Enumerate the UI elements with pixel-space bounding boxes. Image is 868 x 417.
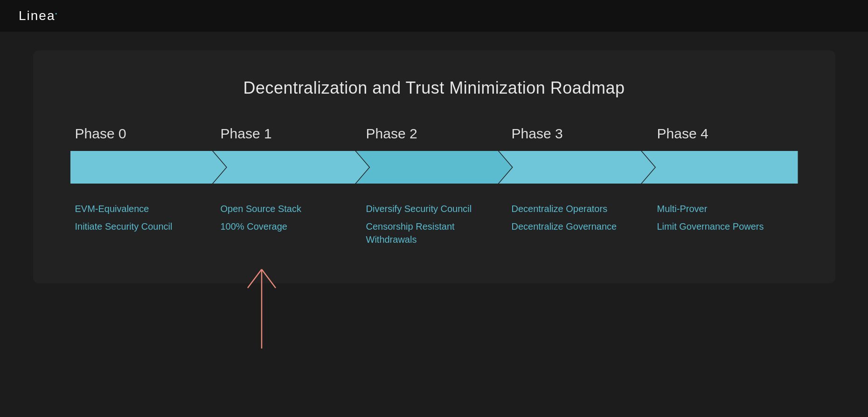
phase-items-phase2: Diversify Security CouncilCensorship Res… — [361, 200, 507, 246]
svg-line-1 — [248, 269, 262, 288]
phase-item: Initiate Security Council — [75, 220, 216, 233]
phase-label-phase4: Phase 4 — [653, 126, 798, 142]
top-bar: Linea• — [0, 0, 868, 32]
phase-item: Decentralize Governance — [512, 220, 653, 233]
phase-item: EVM-Equivalence — [75, 202, 216, 215]
arrow-body-phase1 — [213, 151, 369, 184]
phase-item: Decentralize Operators — [512, 202, 653, 215]
arrow-body-phase2 — [356, 151, 512, 184]
phase-items-phase4: Multi-ProverLimit Governance Powers — [653, 200, 798, 246]
phase-item: Censorship Resistant Withdrawals — [366, 220, 507, 246]
arrow-segment-phase2 — [356, 151, 512, 184]
phase-item: Multi-Prover — [657, 202, 798, 215]
phase-items-phase3: Decentralize OperatorsDecentralize Gover… — [507, 200, 653, 246]
phase-item: Limit Governance Powers — [657, 220, 798, 233]
phase-items-phase0: EVM-EquivalenceInitiate Security Council — [70, 200, 216, 246]
phase-label-phase2: Phase 2 — [361, 126, 507, 142]
phase-items-row: EVM-EquivalenceInitiate Security Council… — [70, 200, 798, 246]
phase-item: 100% Coverage — [221, 220, 361, 233]
logo: Linea• — [19, 8, 58, 23]
arrow-segment-phase1 — [213, 151, 369, 184]
phases-container: Phase 0Phase 1Phase 2Phase 3Phase 4 EVM-… — [70, 126, 798, 246]
phase-labels-row: Phase 0Phase 1Phase 2Phase 3Phase 4 — [70, 126, 798, 142]
arrows-row — [70, 151, 798, 184]
phase-item: Diversify Security Council — [366, 202, 507, 215]
main-card: Decentralization and Trust Minimization … — [33, 50, 835, 283]
annotation-arrow — [234, 232, 290, 353]
logo-dot: • — [56, 11, 58, 16]
phase-label-phase1: Phase 1 — [216, 126, 361, 142]
arrow-body-phase0 — [70, 151, 226, 184]
phase-label-phase0: Phase 0 — [70, 126, 216, 142]
phase-label-phase3: Phase 3 — [507, 126, 653, 142]
phase-item: Open Source Stack — [221, 202, 361, 215]
svg-line-2 — [262, 269, 276, 288]
arrow-segment-phase0 — [70, 151, 226, 184]
phase-items-phase1: Open Source Stack100% Coverage — [216, 200, 361, 246]
arrow-body-phase4 — [642, 151, 798, 184]
outer-container: Linea• Decentralization and Trust Minimi… — [0, 0, 868, 417]
page-title: Decentralization and Trust Minimization … — [70, 78, 798, 98]
logo-text: Linea — [19, 8, 56, 23]
arrow-body-phase3 — [499, 151, 655, 184]
arrow-segment-phase4 — [642, 151, 798, 184]
arrow-segment-phase3 — [499, 151, 655, 184]
